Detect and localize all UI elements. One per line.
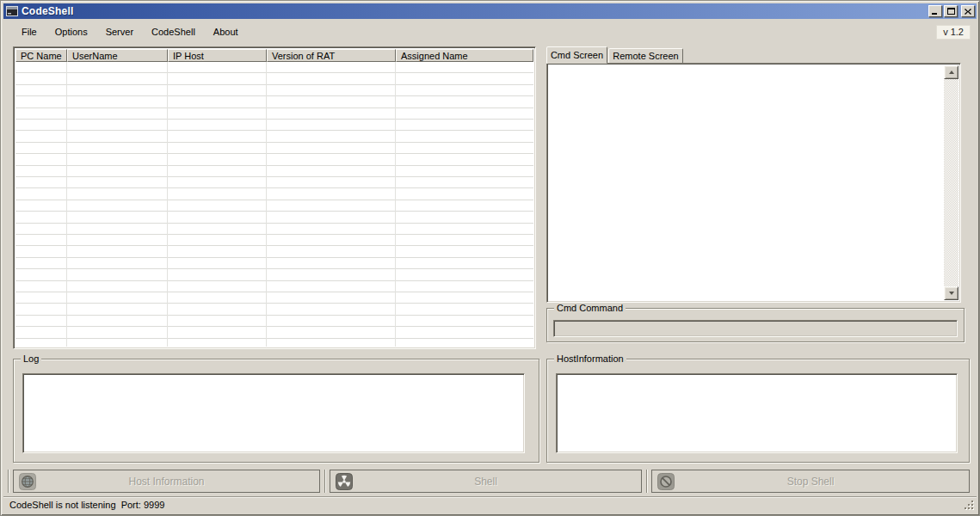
- hosts-table-header: PC Name UserName IP Host Version of RAT …: [15, 49, 533, 62]
- tab-remote-screen-label: Remote Screen: [613, 51, 678, 61]
- status-text: CodeShell is not listening Port: 9999: [9, 500, 164, 510]
- column-header-version-of-rat[interactable]: Version of RAT: [267, 49, 396, 62]
- no-entry-icon: [657, 473, 675, 490]
- title-bar[interactable]: CodeShell: [3, 3, 977, 19]
- hosts-table[interactable]: PC Name UserName IP Host Version of RAT …: [13, 46, 536, 349]
- toolbar-separator: [8, 470, 9, 493]
- menu-file[interactable]: File: [18, 25, 40, 39]
- shell-button-label: Shell: [330, 476, 641, 488]
- host-information-button[interactable]: Host Information: [13, 470, 320, 493]
- trefoil-icon: [336, 473, 353, 490]
- menu-options[interactable]: Options: [52, 25, 91, 39]
- log-group: Log: [13, 359, 539, 463]
- toolbar-separator: [324, 470, 326, 493]
- menu-server[interactable]: Server: [102, 25, 137, 39]
- globe-icon: [19, 473, 36, 490]
- column-divider: [66, 62, 67, 347]
- column-header-assigned-name[interactable]: Assigned Name: [396, 49, 533, 62]
- tab-cmd-screen-label: Cmd Screen: [551, 50, 603, 60]
- menu-about[interactable]: About: [210, 25, 242, 39]
- menu-codeshell[interactable]: CodeShell: [148, 25, 199, 39]
- app-icon: [6, 6, 18, 16]
- stop-shell-button[interactable]: Stop Shell: [651, 470, 970, 493]
- tab-remote-screen[interactable]: Remote Screen: [608, 48, 683, 64]
- arrow-down-icon: [949, 292, 954, 298]
- minimize-button[interactable]: [928, 5, 942, 17]
- column-header-pc-name[interactable]: PC Name: [15, 49, 67, 62]
- host-information-group: HostInformation: [546, 359, 970, 463]
- scroll-up-button[interactable]: [944, 65, 958, 79]
- toolbar-separator: [646, 470, 648, 493]
- minimize-icon: [932, 9, 939, 15]
- close-icon: [965, 9, 971, 15]
- cmd-screen-output[interactable]: [546, 63, 961, 303]
- host-information-button-label: Host Information: [14, 476, 319, 488]
- cmd-command-group: Cmd Command: [546, 308, 965, 342]
- shell-button[interactable]: Shell: [330, 470, 642, 493]
- scroll-down-button[interactable]: [944, 286, 958, 300]
- version-label: v 1.2: [936, 25, 971, 40]
- maximize-button[interactable]: [944, 5, 958, 17]
- log-output[interactable]: [22, 373, 525, 453]
- app-window: CodeShell File Options Server CodeShell …: [0, 0, 980, 516]
- column-divider: [167, 62, 168, 347]
- cmd-command-label: Cmd Command: [554, 303, 626, 314]
- column-divider: [395, 62, 396, 347]
- arrow-up-icon: [949, 68, 954, 74]
- host-information-output[interactable]: [556, 373, 958, 453]
- resize-grip[interactable]: [971, 507, 973, 509]
- column-divider: [266, 62, 267, 347]
- cmd-command-input[interactable]: [553, 320, 958, 337]
- tab-cmd-screen[interactable]: Cmd Screen: [546, 46, 607, 64]
- menu-bar: File Options Server CodeShell About v 1.…: [4, 22, 976, 42]
- hosts-table-body[interactable]: [15, 62, 533, 347]
- log-label: Log: [21, 353, 41, 365]
- maximize-icon: [947, 8, 955, 15]
- close-button[interactable]: [961, 5, 975, 17]
- status-bar: CodeShell is not listening Port: 9999: [3, 496, 977, 513]
- window-title: CodeShell: [22, 5, 73, 17]
- column-header-username[interactable]: UserName: [67, 49, 168, 62]
- vertical-scrollbar[interactable]: [944, 65, 958, 300]
- host-information-label: HostInformation: [554, 353, 626, 365]
- column-header-ip-host[interactable]: IP Host: [168, 49, 267, 62]
- stop-shell-button-label: Stop Shell: [652, 476, 969, 488]
